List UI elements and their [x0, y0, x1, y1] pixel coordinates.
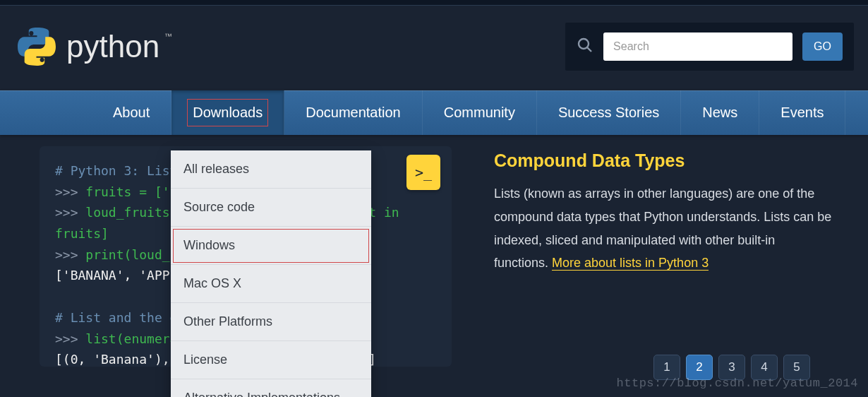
nav-community[interactable]: Community — [423, 90, 537, 135]
content-area: >_ # Python 3: List comprehensions >>> f… — [0, 135, 868, 367]
python-logo-icon — [17, 27, 56, 66]
dropdown-windows[interactable]: Windows — [171, 227, 371, 265]
code-prompt: >>> — [55, 331, 85, 346]
slide-pager: 12345 — [653, 355, 810, 380]
page-4[interactable]: 4 — [751, 355, 778, 380]
nav-downloads[interactable]: Downloads — [171, 90, 284, 135]
search-input[interactable] — [603, 32, 792, 61]
nav-label: About — [113, 105, 150, 121]
nav-label: Community — [444, 105, 515, 121]
info-panel: Compound Data Types Lists (known as arra… — [494, 146, 833, 367]
code-prompt: >>> — [55, 247, 85, 262]
logo-text: python™ — [66, 29, 159, 64]
trademark: ™ — [164, 32, 172, 40]
nav-events[interactable]: Events — [759, 90, 845, 135]
search-go-button[interactable]: GO — [802, 32, 843, 61]
nav-documentation[interactable]: Documentation — [284, 90, 423, 135]
page-3[interactable]: 3 — [718, 355, 745, 380]
code-prompt: >>> — [55, 184, 85, 199]
page-5[interactable]: 5 — [783, 355, 810, 380]
nav-success-stories[interactable]: Success Stories — [537, 90, 681, 135]
dropdown-other-platforms[interactable]: Other Platforms — [171, 303, 371, 341]
page-2[interactable]: 2 — [686, 355, 713, 380]
nav-label: Downloads — [193, 105, 263, 121]
main-nav: AboutDownloadsDocumentationCommunitySucc… — [0, 90, 868, 135]
dropdown-alternative-implementations[interactable]: Alternative Implementations — [171, 379, 371, 397]
search-bar: GO — [565, 23, 854, 71]
prompt-icon: >_ — [415, 161, 432, 184]
logo[interactable]: python™ — [17, 27, 159, 66]
header: python™ GO — [0, 6, 868, 90]
downloads-dropdown: All releasesSource codeWindowsMac OS XOt… — [171, 150, 371, 397]
code-prompt: >>> — [55, 205, 85, 220]
dropdown-all-releases[interactable]: All releases — [171, 150, 371, 189]
nav-label: Events — [780, 105, 824, 121]
search-icon — [577, 37, 593, 57]
more-lists-link[interactable]: More about lists in Python 3 — [552, 256, 709, 271]
nav-label: Documentation — [306, 105, 401, 121]
page-1[interactable]: 1 — [653, 355, 680, 380]
dropdown-license[interactable]: License — [171, 341, 371, 379]
info-title: Compound Data Types — [494, 150, 833, 171]
nav-about[interactable]: About — [92, 90, 171, 135]
top-strip — [0, 0, 868, 6]
launch-shell-button[interactable]: >_ — [406, 155, 440, 190]
svg-point-0 — [579, 39, 589, 49]
nav-news[interactable]: News — [681, 90, 759, 135]
svg-line-1 — [587, 47, 591, 52]
dropdown-source-code[interactable]: Source code — [171, 189, 371, 227]
nav-label: News — [702, 105, 737, 121]
info-body: Lists (known as arrays in other language… — [494, 182, 833, 275]
nav-label: Success Stories — [558, 105, 659, 121]
dropdown-mac-os-x[interactable]: Mac OS X — [171, 265, 371, 303]
